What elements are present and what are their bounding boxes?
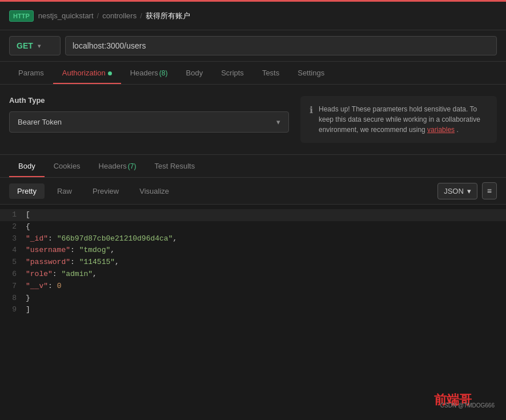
resp-tab-cookies[interactable]: Cookies [45, 155, 90, 177]
variables-link[interactable]: variables [427, 126, 455, 134]
watermark-sub: CSDN @TMDOG666 [440, 402, 495, 409]
code-token: "_id" [26, 234, 48, 243]
tab-authorization[interactable]: Authorization [53, 62, 121, 84]
line-number: 2 [0, 221, 26, 233]
code-token: "114515" [79, 258, 115, 266]
fmt-tab-preview[interactable]: Preview [85, 183, 127, 199]
code-token: "role" [26, 270, 53, 278]
line-content: [ [26, 209, 506, 221]
http-badge: HTTP [9, 10, 34, 22]
auth-info-box: ℹ Heads up! These parameters hold sensit… [300, 96, 497, 143]
breadcrumb-active: 获得所有账户 [146, 11, 190, 21]
code-token: "66b97d87cb0e21210d96d4ca" [57, 234, 173, 243]
request-tab-bar: Params Authorization Headers(8) Body Scr… [0, 62, 506, 85]
line-content: "__v": 0 [26, 281, 506, 293]
json-format-select[interactable]: JSON ▾ [437, 183, 477, 199]
line-content: "password": "114515", [26, 257, 506, 269]
auth-info-text: Heads up! These parameters hold sensitiv… [319, 104, 488, 135]
line-content: } [26, 293, 506, 305]
info-icon: ℹ [310, 105, 313, 115]
code-token: } [26, 294, 30, 302]
breadcrumb-sep2: / [140, 11, 142, 20]
tab-tests[interactable]: Tests [253, 62, 288, 84]
method-chevron-icon: ▾ [38, 43, 41, 49]
line-number: 5 [0, 257, 26, 269]
auth-type-value: Bearer Token [18, 118, 62, 126]
tab-scripts[interactable]: Scripts [212, 62, 253, 84]
headers-badge: (8) [159, 69, 168, 77]
code-token: , [172, 234, 177, 243]
tab-body[interactable]: Body [177, 62, 212, 84]
breadcrumb-folder[interactable]: controllers [102, 11, 136, 20]
resp-tab-body[interactable]: Body [9, 155, 45, 177]
auth-type-dropdown[interactable]: Bearer Token ▾ [9, 111, 289, 133]
response-tab-bar: Body Cookies Headers(7) Test Results [0, 155, 506, 178]
line-number: 9 [0, 304, 26, 316]
resp-tab-test-results[interactable]: Test Results [145, 155, 204, 177]
format-bar: Pretty Raw Preview Visualize JSON ▾ ≡ [0, 178, 506, 205]
code-token: ] [26, 305, 30, 314]
method-select[interactable]: GET ▾ [9, 36, 61, 55]
resp-headers-badge: (7) [128, 162, 136, 170]
code-token: 0 [57, 282, 62, 290]
breadcrumb: nestjs_quickstart / controllers / 获得所有账户 [38, 11, 190, 21]
code-token: "__v" [26, 282, 48, 290]
top-bar: HTTP nestjs_quickstart / controllers / 获… [0, 2, 506, 30]
code-token: , [110, 246, 115, 254]
fmt-tab-visualize[interactable]: Visualize [131, 183, 177, 199]
code-token: , [93, 270, 97, 278]
code-line: 7 "__v": 0 [0, 281, 506, 293]
line-number: 1 [0, 209, 26, 221]
auth-left: Auth Type Bearer Token ▾ [9, 96, 289, 143]
code-token: [ [26, 210, 30, 219]
code-token: "admin" [61, 270, 93, 278]
watermark-text: 前端哥 [434, 391, 472, 409]
method-label: GET [17, 41, 33, 50]
code-viewer: 1[2 {3 "_id": "66b97d87cb0e21210d96d4ca"… [0, 205, 506, 321]
code-line: 6 "role": "admin", [0, 269, 506, 281]
code-line: 1[ [0, 209, 506, 221]
code-token: : [70, 258, 79, 266]
line-content: "role": "admin", [26, 269, 506, 281]
auth-type-label: Auth Type [9, 96, 289, 105]
line-number: 3 [0, 233, 26, 245]
fmt-tab-raw[interactable]: Raw [49, 183, 80, 199]
code-token: "username" [26, 246, 70, 254]
url-bar: GET ▾ [0, 30, 506, 62]
wrap-button[interactable]: ≡ [482, 182, 497, 199]
code-token: : [48, 282, 57, 290]
code-token: : [53, 270, 62, 278]
tab-headers[interactable]: Headers(8) [121, 62, 177, 84]
line-content: "username": "tmdog", [26, 245, 506, 257]
breadcrumb-project[interactable]: nestjs_quickstart [38, 11, 94, 20]
breadcrumb-sep1: / [97, 11, 99, 20]
url-input[interactable] [65, 36, 497, 55]
code-line: 9] [0, 304, 506, 316]
code-token: : [70, 246, 79, 254]
line-content: ] [26, 304, 506, 316]
json-format-value: JSON [444, 187, 464, 195]
tab-params[interactable]: Params [9, 62, 53, 84]
code-token: "tmdog" [79, 246, 111, 254]
code-line: 2 { [0, 221, 506, 233]
code-token: { [26, 222, 30, 231]
line-number: 8 [0, 293, 26, 305]
line-number: 6 [0, 269, 26, 281]
code-token: "password" [26, 258, 70, 266]
fmt-tab-pretty[interactable]: Pretty [9, 183, 45, 199]
code-line: 8 } [0, 293, 506, 305]
code-line: 5 "password": "114515", [0, 257, 506, 269]
code-token: : [48, 234, 57, 243]
tab-settings[interactable]: Settings [288, 62, 334, 84]
line-number: 4 [0, 245, 26, 257]
code-line: 4 "username": "tmdog", [0, 245, 506, 257]
json-format-chevron-icon: ▾ [467, 187, 471, 195]
resp-tab-headers[interactable]: Headers(7) [90, 155, 146, 177]
code-token: , [115, 258, 119, 266]
code-line: 3 "_id": "66b97d87cb0e21210d96d4ca", [0, 233, 506, 245]
line-content: { [26, 221, 506, 233]
line-number: 7 [0, 281, 26, 293]
auth-section: Auth Type Bearer Token ▾ ℹ Heads up! The… [0, 85, 506, 155]
auth-dropdown-chevron-icon: ▾ [276, 118, 280, 126]
line-content: "_id": "66b97d87cb0e21210d96d4ca", [26, 233, 506, 245]
